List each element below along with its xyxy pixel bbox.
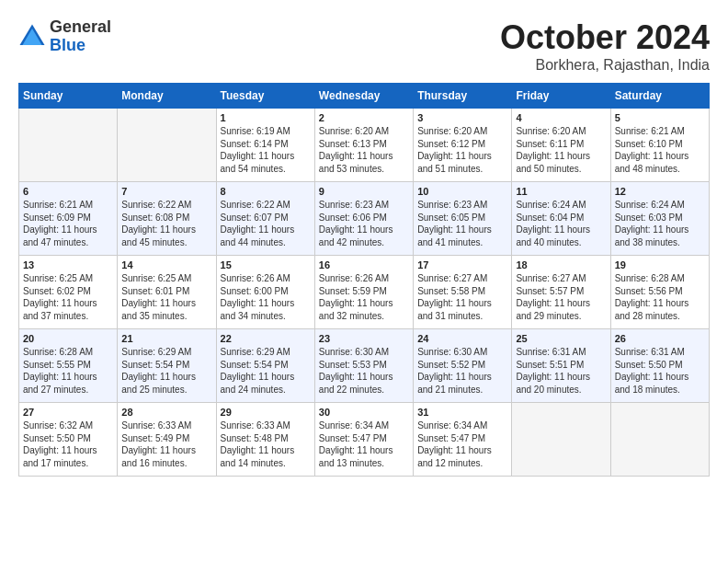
day-number: 11 <box>516 186 606 197</box>
day-number: 29 <box>221 407 311 418</box>
day-info: Sunrise: 6:20 AM Sunset: 6:11 PM Dayligh… <box>516 125 606 175</box>
day-info: Sunrise: 6:27 AM Sunset: 5:58 PM Dayligh… <box>417 272 507 322</box>
day-info: Sunrise: 6:19 AM Sunset: 6:14 PM Dayligh… <box>221 125 311 175</box>
day-number: 1 <box>221 112 311 123</box>
day-info: Sunrise: 6:24 AM Sunset: 6:03 PM Dayligh… <box>615 199 705 248</box>
calendar-cell: 21Sunrise: 6:29 AM Sunset: 5:54 PM Dayli… <box>118 329 216 403</box>
day-info: Sunrise: 6:33 AM Sunset: 5:49 PM Dayligh… <box>121 419 211 469</box>
day-number: 4 <box>516 112 606 123</box>
calendar-cell <box>512 403 610 477</box>
calendar-cell: 25Sunrise: 6:31 AM Sunset: 5:51 PM Dayli… <box>512 329 610 403</box>
day-number: 23 <box>319 333 409 344</box>
day-number: 13 <box>23 259 113 270</box>
weekday-header-thursday: Thursday <box>414 84 512 109</box>
day-number: 7 <box>121 186 211 197</box>
calendar-cell: 10Sunrise: 6:23 AM Sunset: 6:05 PM Dayli… <box>414 182 512 256</box>
location-subtitle: Borkhera, Rajasthan, India <box>500 57 710 74</box>
day-number: 25 <box>516 333 606 344</box>
calendar-cell: 15Sunrise: 6:26 AM Sunset: 6:00 PM Dayli… <box>216 256 314 329</box>
day-number: 16 <box>319 259 409 270</box>
day-info: Sunrise: 6:28 AM Sunset: 5:56 PM Dayligh… <box>615 272 705 322</box>
calendar-cell <box>118 109 216 182</box>
day-number: 19 <box>615 259 705 270</box>
calendar-cell: 29Sunrise: 6:33 AM Sunset: 5:48 PM Dayli… <box>216 403 314 477</box>
day-info: Sunrise: 6:29 AM Sunset: 5:54 PM Dayligh… <box>121 346 211 396</box>
day-info: Sunrise: 6:23 AM Sunset: 6:05 PM Dayligh… <box>417 199 507 248</box>
day-info: Sunrise: 6:25 AM Sunset: 6:02 PM Dayligh… <box>23 272 113 322</box>
day-info: Sunrise: 6:26 AM Sunset: 5:59 PM Dayligh… <box>319 272 409 322</box>
day-number: 3 <box>417 112 507 123</box>
calendar-cell: 26Sunrise: 6:31 AM Sunset: 5:50 PM Dayli… <box>610 329 709 403</box>
calendar-cell <box>19 109 118 182</box>
calendar-cell <box>610 403 709 477</box>
logo-general-text: General <box>50 17 111 36</box>
logo-icon <box>18 23 46 51</box>
day-info: Sunrise: 6:28 AM Sunset: 5:55 PM Dayligh… <box>23 346 113 396</box>
calendar-cell: 22Sunrise: 6:29 AM Sunset: 5:54 PM Dayli… <box>216 329 314 403</box>
day-number: 24 <box>417 333 507 344</box>
day-info: Sunrise: 6:27 AM Sunset: 5:57 PM Dayligh… <box>516 272 606 322</box>
calendar-cell: 16Sunrise: 6:26 AM Sunset: 5:59 PM Dayli… <box>314 256 413 329</box>
logo: General Blue <box>18 18 111 55</box>
calendar-cell: 19Sunrise: 6:28 AM Sunset: 5:56 PM Dayli… <box>610 256 709 329</box>
calendar-cell: 7Sunrise: 6:22 AM Sunset: 6:08 PM Daylig… <box>118 182 216 256</box>
day-number: 18 <box>516 259 606 270</box>
calendar-cell: 1Sunrise: 6:19 AM Sunset: 6:14 PM Daylig… <box>216 109 314 182</box>
day-info: Sunrise: 6:30 AM Sunset: 5:52 PM Dayligh… <box>417 346 507 396</box>
day-number: 28 <box>121 407 211 418</box>
day-number: 12 <box>615 186 705 197</box>
day-number: 21 <box>121 333 211 344</box>
day-number: 9 <box>319 186 409 197</box>
calendar-cell: 28Sunrise: 6:33 AM Sunset: 5:49 PM Dayli… <box>118 403 216 477</box>
day-number: 14 <box>121 259 211 270</box>
weekday-header-wednesday: Wednesday <box>314 84 413 109</box>
day-info: Sunrise: 6:25 AM Sunset: 6:01 PM Dayligh… <box>121 272 211 322</box>
weekday-header-row: SundayMondayTuesdayWednesdayThursdayFrid… <box>19 84 710 109</box>
calendar-cell: 8Sunrise: 6:22 AM Sunset: 6:07 PM Daylig… <box>216 182 314 256</box>
calendar-table: SundayMondayTuesdayWednesdayThursdayFrid… <box>18 83 710 477</box>
calendar-cell: 30Sunrise: 6:34 AM Sunset: 5:47 PM Dayli… <box>314 403 413 477</box>
calendar-cell: 24Sunrise: 6:30 AM Sunset: 5:52 PM Dayli… <box>414 329 512 403</box>
calendar-cell: 6Sunrise: 6:21 AM Sunset: 6:09 PM Daylig… <box>19 182 118 256</box>
week-row-1: 1Sunrise: 6:19 AM Sunset: 6:14 PM Daylig… <box>19 109 710 182</box>
day-info: Sunrise: 6:21 AM Sunset: 6:09 PM Dayligh… <box>23 199 113 248</box>
day-info: Sunrise: 6:22 AM Sunset: 6:08 PM Dayligh… <box>121 199 211 248</box>
day-number: 30 <box>319 407 409 418</box>
day-info: Sunrise: 6:31 AM Sunset: 5:51 PM Dayligh… <box>516 346 606 396</box>
day-info: Sunrise: 6:26 AM Sunset: 6:00 PM Dayligh… <box>221 272 311 322</box>
weekday-header-saturday: Saturday <box>610 84 709 109</box>
day-number: 2 <box>319 112 409 123</box>
weekday-header-monday: Monday <box>118 84 216 109</box>
calendar-cell: 20Sunrise: 6:28 AM Sunset: 5:55 PM Dayli… <box>19 329 118 403</box>
day-number: 8 <box>221 186 311 197</box>
calendar-cell: 18Sunrise: 6:27 AM Sunset: 5:57 PM Dayli… <box>512 256 610 329</box>
calendar-cell: 27Sunrise: 6:32 AM Sunset: 5:50 PM Dayli… <box>19 403 118 477</box>
day-info: Sunrise: 6:34 AM Sunset: 5:47 PM Dayligh… <box>319 419 409 469</box>
day-info: Sunrise: 6:21 AM Sunset: 6:10 PM Dayligh… <box>615 125 705 175</box>
day-number: 17 <box>417 259 507 270</box>
week-row-3: 13Sunrise: 6:25 AM Sunset: 6:02 PM Dayli… <box>19 256 710 329</box>
day-info: Sunrise: 6:30 AM Sunset: 5:53 PM Dayligh… <box>319 346 409 396</box>
week-row-4: 20Sunrise: 6:28 AM Sunset: 5:55 PM Dayli… <box>19 329 710 403</box>
logo-blue-text: Blue <box>50 36 85 54</box>
day-number: 22 <box>221 333 311 344</box>
calendar-cell: 9Sunrise: 6:23 AM Sunset: 6:06 PM Daylig… <box>314 182 413 256</box>
calendar-cell: 3Sunrise: 6:20 AM Sunset: 6:12 PM Daylig… <box>414 109 512 182</box>
day-number: 15 <box>221 259 311 270</box>
day-info: Sunrise: 6:22 AM Sunset: 6:07 PM Dayligh… <box>221 199 311 248</box>
weekday-header-tuesday: Tuesday <box>216 84 314 109</box>
weekday-header-friday: Friday <box>512 84 610 109</box>
day-info: Sunrise: 6:20 AM Sunset: 6:12 PM Dayligh… <box>417 125 507 175</box>
calendar-cell: 23Sunrise: 6:30 AM Sunset: 5:53 PM Dayli… <box>314 329 413 403</box>
calendar-cell: 14Sunrise: 6:25 AM Sunset: 6:01 PM Dayli… <box>118 256 216 329</box>
page-header: General Blue October 2024 Borkhera, Raja… <box>18 18 710 74</box>
day-number: 20 <box>23 333 113 344</box>
day-info: Sunrise: 6:31 AM Sunset: 5:50 PM Dayligh… <box>615 346 705 396</box>
calendar-cell: 5Sunrise: 6:21 AM Sunset: 6:10 PM Daylig… <box>610 109 709 182</box>
weekday-header-sunday: Sunday <box>19 84 118 109</box>
calendar-cell: 11Sunrise: 6:24 AM Sunset: 6:04 PM Dayli… <box>512 182 610 256</box>
day-info: Sunrise: 6:20 AM Sunset: 6:13 PM Dayligh… <box>319 125 409 175</box>
calendar-cell: 12Sunrise: 6:24 AM Sunset: 6:03 PM Dayli… <box>610 182 709 256</box>
calendar-cell: 4Sunrise: 6:20 AM Sunset: 6:11 PM Daylig… <box>512 109 610 182</box>
week-row-5: 27Sunrise: 6:32 AM Sunset: 5:50 PM Dayli… <box>19 403 710 477</box>
